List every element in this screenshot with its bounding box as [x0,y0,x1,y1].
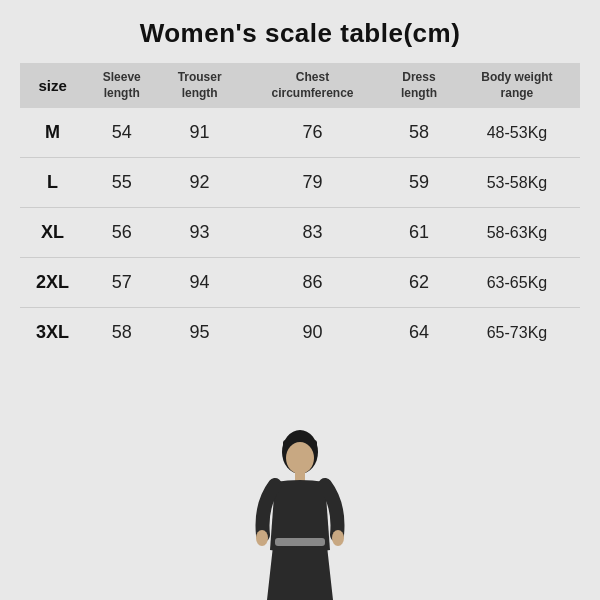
size-table: sizeSleevelengthTrouserlengthChestcircum… [20,63,580,357]
svg-point-5 [256,530,268,546]
table-wrapper: sizeSleevelengthTrouserlengthChestcircum… [20,63,580,357]
cell-dress: 64 [384,308,454,358]
svg-point-2 [286,442,314,474]
cell-chest: 79 [241,158,384,208]
cell-trouser: 92 [158,158,241,208]
header-cell-sleeve: Sleevelength [85,63,158,108]
header-cell-weight: Body weightrange [454,63,580,108]
cell-dress: 62 [384,258,454,308]
cell-sleeve: 54 [85,108,158,158]
header-cell-dress: Dresslength [384,63,454,108]
cell-sleeve: 58 [85,308,158,358]
cell-trouser: 93 [158,208,241,258]
header-cell-size: size [20,63,85,108]
cell-size: L [20,158,85,208]
cell-size: M [20,108,85,158]
cell-weight: 58-63Kg [454,208,580,258]
cell-size: 2XL [20,258,85,308]
cell-size: XL [20,208,85,258]
cell-sleeve: 56 [85,208,158,258]
cell-dress: 59 [384,158,454,208]
cell-chest: 86 [241,258,384,308]
page-title: Women's scale table(cm) [140,18,461,49]
cell-weight: 65-73Kg [454,308,580,358]
woman-figure [245,430,355,600]
cell-weight: 63-65Kg [454,258,580,308]
cell-dress: 61 [384,208,454,258]
cell-chest: 83 [241,208,384,258]
cell-size: 3XL [20,308,85,358]
header-cell-chest: Chestcircumference [241,63,384,108]
table-row: XL5693836158-63Kg [20,208,580,258]
cell-trouser: 94 [158,258,241,308]
table-row: L5592795953-58Kg [20,158,580,208]
cell-trouser: 95 [158,308,241,358]
cell-trouser: 91 [158,108,241,158]
cell-sleeve: 55 [85,158,158,208]
cell-weight: 48-53Kg [454,108,580,158]
table-row: 3XL5895906465-73Kg [20,308,580,358]
figure-wrapper [240,430,360,600]
table-header-row: sizeSleevelengthTrouserlengthChestcircum… [20,63,580,108]
cell-sleeve: 57 [85,258,158,308]
cell-chest: 90 [241,308,384,358]
svg-rect-4 [275,538,325,546]
cell-dress: 58 [384,108,454,158]
header-cell-trouser: Trouserlength [158,63,241,108]
table-row: M5491765848-53Kg [20,108,580,158]
cell-weight: 53-58Kg [454,158,580,208]
cell-chest: 76 [241,108,384,158]
svg-point-6 [332,530,344,546]
table-row: 2XL5794866263-65Kg [20,258,580,308]
